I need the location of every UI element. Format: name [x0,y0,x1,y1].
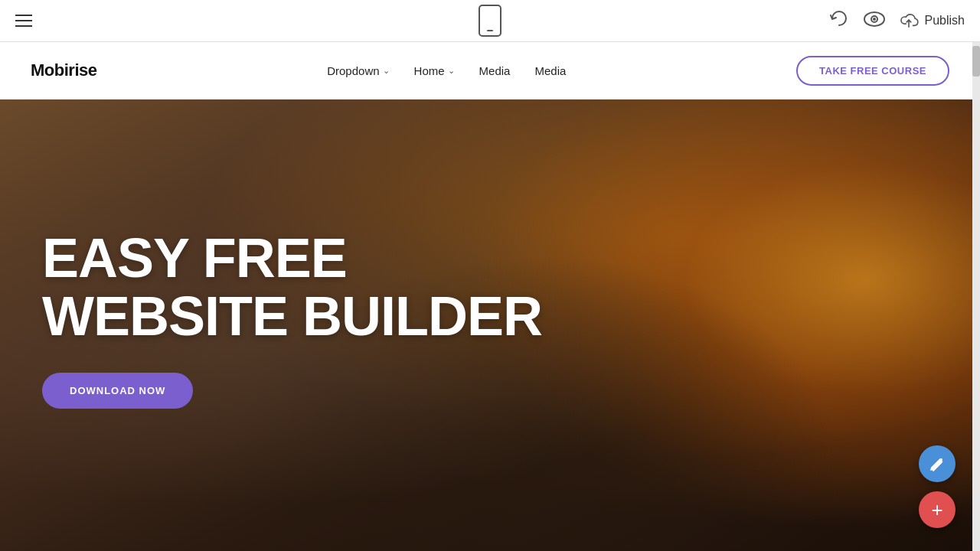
nav-link-dropdown[interactable]: Dropdown ⌄ [327,64,389,77]
undo-icon[interactable] [828,9,850,32]
add-fab-button[interactable]: + [919,491,956,528]
nav-link-media1[interactable]: Media [479,64,511,77]
brand-logo: Mobirise [31,60,96,80]
toolbar-left [15,15,32,27]
nav-link-home[interactable]: Home ⌄ [414,64,455,77]
navbar: Mobirise Dropdown ⌄ Home ⌄ Media Media T… [0,42,980,99]
chevron-down-icon: ⌄ [448,66,455,76]
toolbar-right: Publish [828,9,965,32]
toolbar: Publish [0,0,980,42]
publish-button[interactable]: Publish [899,13,965,28]
nav-link-media2[interactable]: Media [534,64,566,77]
toolbar-center [479,5,501,37]
publish-label: Publish [925,14,965,28]
nav-links: Dropdown ⌄ Home ⌄ Media Media [327,64,566,77]
fab-container: + [919,445,956,528]
download-now-button[interactable]: DOWNLOAD NOW [42,373,193,409]
chevron-down-icon: ⌄ [383,66,390,76]
hero-title: EASY FREE WEBSITE BUILDER [42,230,542,345]
scrollbar-track[interactable] [972,42,980,551]
preview-eye-icon[interactable] [864,11,885,30]
hero-content: EASY FREE WEBSITE BUILDER DOWNLOAD NOW [42,230,542,409]
hero-section: EASY FREE WEBSITE BUILDER DOWNLOAD NOW + [0,99,972,551]
edit-fab-button[interactable] [919,445,956,482]
take-free-course-button[interactable]: TAKE FREE COURSE [796,56,949,86]
svg-point-2 [873,18,876,21]
hamburger-menu-icon[interactable] [15,15,32,27]
page-wrapper: Publish Mobirise Dropdown ⌄ Home ⌄ Media… [0,0,980,551]
scrollbar-thumb[interactable] [972,46,980,77]
mobile-preview-icon[interactable] [479,5,501,37]
